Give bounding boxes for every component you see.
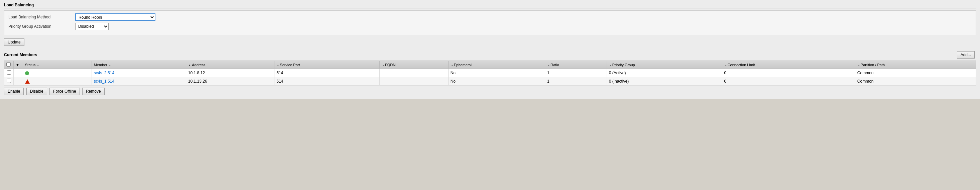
priority-group-row: Priority Group Activation Disabled Enabl… xyxy=(8,23,972,30)
row2-address-cell: 10.1.13.26 xyxy=(186,77,274,86)
th-status[interactable]: Status ⬧ xyxy=(23,61,92,69)
priority-group-select[interactable]: Disabled Enabled xyxy=(75,23,109,30)
row1-member-cell: sc4s_2:514 xyxy=(92,69,186,77)
th-member-label: Member xyxy=(94,63,107,67)
row1-priority-group-cell: 0 (Active) xyxy=(607,69,722,77)
members-section-title: Current Members xyxy=(4,53,37,57)
th-priority-group-label: Priority Group xyxy=(612,63,635,67)
row1-partition-path-cell: Common xyxy=(855,69,976,77)
row2-status-cell xyxy=(23,77,92,86)
th-address[interactable]: Address xyxy=(186,61,274,69)
row1-checkbox-cell xyxy=(4,69,14,77)
ratio-sort-icon: ⬧ xyxy=(548,64,549,67)
row2-member-link[interactable]: sc4s_1:514 xyxy=(94,79,114,84)
table-row: sc4s_1:514 10.1.13.26 514 No 1 0 (Inacti… xyxy=(4,77,976,86)
row2-fqdn-cell xyxy=(379,77,448,86)
row2-member-cell: sc4s_1:514 xyxy=(92,77,186,86)
status-sort-icon: ⬧ xyxy=(37,64,39,67)
enable-button[interactable]: Enable xyxy=(4,88,24,95)
action-buttons: Enable Disable Force Offline Remove xyxy=(4,88,976,95)
row1-sort-cell xyxy=(14,69,23,77)
priority-group-sort-icon: ⬧ xyxy=(610,64,611,67)
th-connection-limit-label: Connection Limit xyxy=(728,63,755,67)
th-status-label: Status xyxy=(25,63,35,67)
row1-status-cell xyxy=(23,69,92,77)
force-offline-button[interactable]: Force Offline xyxy=(49,88,80,95)
th-fqdn-label: FQDN xyxy=(385,63,395,67)
th-connection-limit[interactable]: ⬧ Connection Limit xyxy=(722,61,855,69)
member-sort-icon: ⬧ xyxy=(109,64,111,67)
update-button[interactable]: Update xyxy=(4,38,24,46)
th-service-port[interactable]: ⬧ Service Port xyxy=(274,61,380,69)
table-row: sc4s_2:514 10.1.8.12 514 No 1 0 (Active)… xyxy=(4,69,976,77)
add-button[interactable]: Add... xyxy=(957,51,975,59)
row1-connection-limit-cell: 0 xyxy=(722,69,855,77)
address-sort-icon xyxy=(188,63,191,67)
row2-checkbox-cell xyxy=(4,77,14,86)
row1-fqdn-cell xyxy=(379,69,448,77)
th-ratio[interactable]: ⬧ Ratio xyxy=(545,61,607,69)
ephemeral-sort-icon: ⬧ xyxy=(451,64,453,67)
update-button-container: Update xyxy=(4,38,976,46)
row1-status-icon xyxy=(25,71,29,75)
disable-button[interactable]: Disable xyxy=(26,88,47,95)
lb-method-label: Load Balancing Method xyxy=(8,15,75,19)
lb-section-title: Load Balancing xyxy=(4,3,976,8)
lb-method-select[interactable]: Round Robin Least Connections Fastest Ob… xyxy=(75,13,156,21)
select-all-checkbox[interactable] xyxy=(6,62,11,67)
connection-limit-sort-icon: ⬧ xyxy=(725,64,727,67)
row2-priority-group-cell: 0 (Inactive) xyxy=(607,77,722,86)
row1-service-port-cell: 514 xyxy=(274,69,380,77)
remove-button[interactable]: Remove xyxy=(82,88,105,95)
partition-path-sort-icon: ⬧ xyxy=(858,64,860,67)
fqdn-sort-icon: ⬧ xyxy=(382,64,384,67)
th-ephemeral[interactable]: ⬧ Ephemeral xyxy=(448,61,545,69)
th-partition-path[interactable]: ⬧ Partition / Path xyxy=(855,61,976,69)
members-section: Current Members Add... ▼ Status ⬧ xyxy=(4,51,976,95)
row2-service-port-cell: 514 xyxy=(274,77,380,86)
lb-method-row: Load Balancing Method Round Robin Least … xyxy=(8,13,972,21)
priority-group-label: Priority Group Activation xyxy=(8,24,75,29)
row1-checkbox[interactable] xyxy=(7,70,11,75)
row2-partition-path-cell: Common xyxy=(855,77,976,86)
th-member[interactable]: Member ⬧ xyxy=(92,61,186,69)
row1-ratio-cell: 1 xyxy=(545,69,607,77)
th-service-port-label: Service Port xyxy=(280,63,300,67)
row1-address-cell: 10.1.8.12 xyxy=(186,69,274,77)
row1-ephemeral-cell: No xyxy=(448,69,545,77)
lb-form-section: Load Balancing Method Round Robin Least … xyxy=(4,10,976,35)
th-address-label: Address xyxy=(192,63,205,67)
row2-sort-cell xyxy=(14,77,23,86)
members-header-row: Current Members Add... xyxy=(4,51,976,59)
sort-down-icon: ▼ xyxy=(16,63,19,67)
th-priority-group[interactable]: ⬧ Priority Group xyxy=(607,61,722,69)
main-container: Load Balancing Load Balancing Method Rou… xyxy=(0,0,980,99)
row2-checkbox[interactable] xyxy=(7,78,11,83)
service-port-sort-icon: ⬧ xyxy=(277,64,279,67)
row1-member-link[interactable]: sc4s_2:514 xyxy=(94,70,114,75)
table-header-row: ▼ Status ⬧ Member ⬧ Address xyxy=(4,61,976,69)
row2-ratio-cell: 1 xyxy=(545,77,607,86)
th-fqdn[interactable]: ⬧ FQDN xyxy=(379,61,448,69)
th-partition-path-label: Partition / Path xyxy=(861,63,885,67)
row2-ephemeral-cell: No xyxy=(448,77,545,86)
row2-connection-limit-cell: 0 xyxy=(722,77,855,86)
th-sort-indicator: ▼ xyxy=(14,61,23,69)
members-table: ▼ Status ⬧ Member ⬧ Address xyxy=(4,61,976,86)
th-ratio-label: Ratio xyxy=(550,63,559,67)
row2-status-icon xyxy=(25,79,30,84)
th-ephemeral-label: Ephemeral xyxy=(454,63,472,67)
th-checkbox xyxy=(4,61,14,69)
